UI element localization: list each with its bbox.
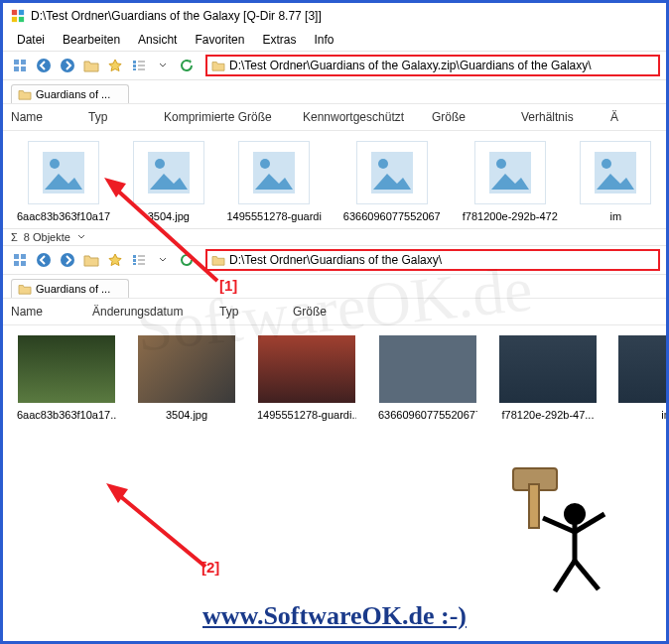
favorites-icon[interactable]	[104, 249, 126, 271]
file-item[interactable]: 1495551278-guardi	[226, 141, 321, 222]
dropdown-icon[interactable]	[152, 249, 174, 271]
image-placeholder-icon	[133, 141, 204, 204]
svg-rect-36	[133, 263, 136, 265]
svg-point-21	[260, 159, 270, 169]
app-icon	[11, 9, 25, 23]
col-size[interactable]: Größe	[432, 106, 521, 128]
svg-line-44	[555, 561, 575, 591]
folder-icon	[18, 88, 32, 100]
svg-rect-7	[21, 66, 26, 71]
chevron-down-icon[interactable]	[76, 232, 86, 242]
menu-favorites[interactable]: Favoriten	[187, 31, 252, 49]
svg-point-42	[564, 503, 586, 525]
tab-pane2[interactable]: Guardians of ...	[11, 279, 129, 298]
image-thumbnail	[258, 335, 355, 403]
file-item[interactable]: 3504.jpg	[138, 335, 235, 421]
favorites-icon[interactable]	[104, 55, 126, 76]
status-bar-pane1: Σ 8 Objekte	[3, 228, 666, 245]
image-thumbnail	[499, 335, 597, 403]
nav-forward-icon[interactable]	[57, 249, 78, 271]
col-name[interactable]: Name	[11, 106, 88, 128]
menu-edit[interactable]: Bearbeiten	[55, 31, 128, 49]
nav-back-icon[interactable]	[33, 249, 55, 271]
menu-view[interactable]: Ansicht	[130, 31, 185, 49]
tab-pane1[interactable]: Guardians of ...	[11, 84, 129, 103]
tab-label: Guardians of ...	[36, 88, 110, 100]
file-item[interactable]: im	[618, 335, 666, 421]
layout-grid-icon[interactable]	[9, 249, 31, 271]
app-window: D:\Test Ordner\Guardians of the Galaxy […	[3, 3, 666, 427]
file-name: 1495551278-guardi	[226, 210, 321, 222]
file-item[interactable]: 6366096077552067	[343, 141, 441, 222]
file-name: 3504.jpg	[138, 409, 235, 421]
file-item[interactable]: f781200e-292b-472	[463, 141, 558, 222]
address-text: D:\Test Ordner\Guardians of the Galaxy.z…	[229, 59, 592, 72]
file-name: 6aac83b363f10a17	[17, 210, 110, 222]
title-bar: D:\Test Ordner\Guardians of the Galaxy […	[3, 3, 666, 29]
layout-grid-icon[interactable]	[9, 55, 31, 76]
svg-rect-6	[14, 66, 19, 71]
col-ratio[interactable]: Verhältnis	[521, 106, 610, 128]
svg-rect-11	[133, 64, 136, 67]
view-icon[interactable]	[128, 249, 150, 271]
svg-rect-28	[14, 254, 19, 259]
file-grid-pane2: 6aac83b363f10a17... 3504.jpg 1495551278-…	[3, 325, 666, 427]
folder-up-icon[interactable]	[80, 55, 102, 76]
col-type[interactable]: Typ	[219, 301, 293, 322]
annotation-1: [1]	[219, 277, 237, 294]
columns-pane2: Name Änderungsdatum Typ Größe	[3, 298, 666, 325]
file-item[interactable]: 1495551278-guardi...	[257, 335, 356, 421]
col-size[interactable]: Größe	[293, 301, 328, 322]
image-thumbnail	[379, 335, 476, 403]
refresh-icon[interactable]	[176, 249, 198, 271]
dropdown-icon[interactable]	[152, 55, 174, 76]
svg-point-27	[602, 159, 611, 169]
svg-rect-10	[133, 61, 136, 64]
file-name: im	[618, 409, 666, 421]
col-date[interactable]: Änderungsdatum	[92, 301, 219, 322]
file-item[interactable]: 6aac83b363f10a17	[17, 141, 110, 222]
file-item[interactable]: im	[580, 141, 652, 222]
image-placeholder-icon	[356, 141, 428, 204]
footer-link[interactable]: www.SoftwareOK.de :-)	[202, 601, 467, 631]
file-name: 6aac83b363f10a17...	[17, 409, 116, 421]
folder-icon	[18, 283, 32, 295]
svg-rect-34	[133, 255, 136, 258]
file-item[interactable]: 3504.jpg	[132, 141, 204, 222]
folder-icon	[211, 60, 225, 71]
col-type[interactable]: Typ	[88, 106, 164, 128]
menu-file[interactable]: Datei	[9, 31, 53, 49]
col-name[interactable]: Name	[11, 301, 92, 322]
file-name: f781200e-292b-472	[463, 210, 558, 222]
image-placeholder-icon	[28, 141, 99, 204]
svg-point-9	[61, 59, 74, 72]
address-bar-pane2[interactable]: D:\Test Ordner\Guardians of the Galaxy\	[205, 249, 660, 271]
menu-extras[interactable]: Extras	[254, 31, 304, 49]
svg-rect-4	[14, 60, 19, 64]
col-extra[interactable]: Ä	[610, 106, 619, 128]
file-item[interactable]: 6aac83b363f10a17...	[17, 335, 116, 421]
file-item[interactable]: 63660960775520677...	[378, 335, 477, 421]
svg-point-17	[50, 159, 60, 169]
menu-info[interactable]: Info	[306, 31, 341, 49]
file-item[interactable]: f78120e-292b-47...	[499, 335, 597, 421]
columns-pane1: Name Typ Komprimierte Größe Kennwortgesc…	[3, 103, 666, 131]
folder-up-icon[interactable]	[80, 249, 102, 271]
file-name: im	[580, 210, 652, 222]
address-bar-pane1[interactable]: D:\Test Ordner\Guardians of the Galaxy.z…	[205, 55, 660, 76]
view-icon[interactable]	[128, 55, 150, 76]
image-placeholder-icon	[474, 141, 546, 204]
svg-rect-2	[12, 17, 17, 22]
svg-rect-5	[21, 60, 26, 64]
svg-point-8	[37, 59, 51, 72]
address-text: D:\Test Ordner\Guardians of the Galaxy\	[229, 253, 442, 267]
svg-rect-1	[19, 10, 24, 15]
refresh-icon[interactable]	[176, 55, 198, 76]
annotation-2: [2]	[201, 559, 219, 576]
svg-rect-0	[12, 10, 17, 15]
svg-rect-3	[19, 17, 24, 22]
col-password[interactable]: Kennwortgeschützt	[303, 106, 432, 128]
nav-back-icon[interactable]	[33, 55, 55, 76]
nav-forward-icon[interactable]	[57, 55, 78, 76]
col-compressed[interactable]: Komprimierte Größe	[164, 106, 303, 128]
